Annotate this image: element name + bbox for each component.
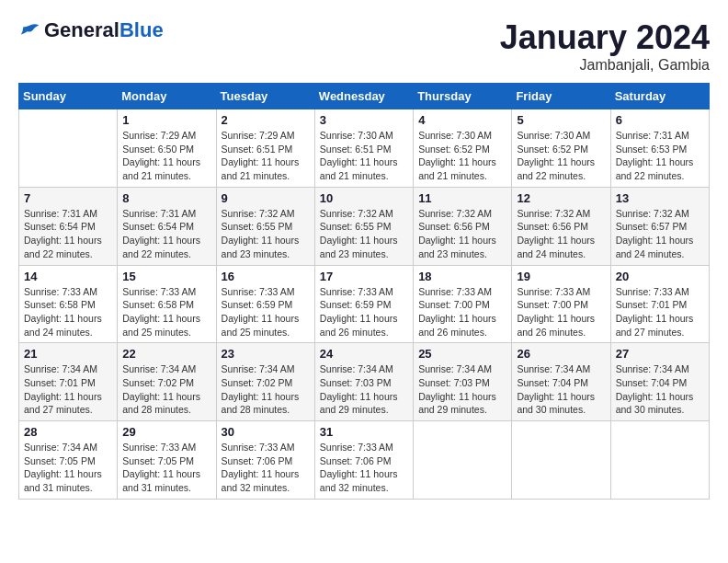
cell-daylight-info: Sunrise: 7:33 AM Sunset: 6:58 PM Dayligh… — [24, 285, 112, 339]
cell-daylight-info: Sunrise: 7:33 AM Sunset: 6:59 PM Dayligh… — [222, 285, 310, 339]
calendar-cell: 15Sunrise: 7:33 AM Sunset: 6:58 PM Dayli… — [118, 265, 216, 343]
cell-date-number: 12 — [517, 191, 605, 205]
cell-date-number: 30 — [222, 425, 310, 439]
calendar-cell: 30Sunrise: 7:33 AM Sunset: 7:06 PM Dayli… — [216, 421, 314, 500]
calendar-cell: 10Sunrise: 7:32 AM Sunset: 6:55 PM Dayli… — [314, 187, 413, 265]
calendar-cell: 23Sunrise: 7:34 AM Sunset: 7:02 PM Dayli… — [216, 343, 314, 421]
cell-daylight-info: Sunrise: 7:29 AM Sunset: 6:51 PM Dayligh… — [222, 129, 310, 183]
cell-daylight-info: Sunrise: 7:31 AM Sunset: 6:54 PM Dayligh… — [122, 207, 210, 261]
cell-date-number: 15 — [122, 270, 210, 283]
calendar-header-row: SundayMondayTuesdayWednesdayThursdayFrid… — [19, 84, 710, 109]
cell-daylight-info: Sunrise: 7:33 AM Sunset: 7:01 PM Dayligh… — [616, 285, 704, 339]
cell-date-number: 16 — [222, 270, 310, 283]
cell-daylight-info: Sunrise: 7:31 AM Sunset: 6:54 PM Dayligh… — [24, 207, 112, 261]
title-area: January 2024 Jambanjali, Gambia — [500, 18, 710, 74]
cell-date-number: 4 — [418, 113, 506, 127]
cell-date-number: 21 — [24, 347, 112, 361]
calendar-cell: 3Sunrise: 7:30 AM Sunset: 6:51 PM Daylig… — [314, 109, 413, 188]
cell-date-number: 6 — [616, 113, 704, 127]
cell-daylight-info: Sunrise: 7:33 AM Sunset: 7:00 PM Dayligh… — [418, 285, 506, 339]
cell-daylight-info: Sunrise: 7:33 AM Sunset: 7:06 PM Dayligh… — [320, 441, 408, 495]
cell-daylight-info: Sunrise: 7:30 AM Sunset: 6:52 PM Dayligh… — [517, 129, 605, 183]
cell-date-number: 9 — [222, 191, 310, 205]
calendar-cell: 17Sunrise: 7:33 AM Sunset: 6:59 PM Dayli… — [314, 265, 413, 343]
cell-daylight-info: Sunrise: 7:30 AM Sunset: 6:51 PM Dayligh… — [320, 129, 408, 183]
cell-date-number: 31 — [320, 425, 408, 439]
calendar-week-row: 1Sunrise: 7:29 AM Sunset: 6:50 PM Daylig… — [19, 109, 710, 188]
cell-daylight-info: Sunrise: 7:34 AM Sunset: 7:03 PM Dayligh… — [418, 362, 506, 417]
cell-date-number: 10 — [320, 191, 408, 205]
cell-date-number: 27 — [616, 347, 704, 361]
calendar-cell: 18Sunrise: 7:33 AM Sunset: 7:00 PM Dayli… — [414, 265, 512, 343]
cell-date-number: 5 — [517, 113, 605, 127]
day-header-saturday: Saturday — [610, 84, 709, 109]
cell-daylight-info: Sunrise: 7:34 AM Sunset: 7:04 PM Dayligh… — [517, 362, 605, 417]
calendar-cell: 22Sunrise: 7:34 AM Sunset: 7:02 PM Dayli… — [118, 343, 216, 421]
calendar-cell: 5Sunrise: 7:30 AM Sunset: 6:52 PM Daylig… — [512, 109, 610, 188]
calendar-cell: 20Sunrise: 7:33 AM Sunset: 7:01 PM Dayli… — [610, 265, 709, 343]
cell-daylight-info: Sunrise: 7:33 AM Sunset: 6:59 PM Dayligh… — [320, 285, 408, 339]
calendar-week-row: 28Sunrise: 7:34 AM Sunset: 7:05 PM Dayli… — [19, 421, 710, 500]
calendar-cell — [512, 421, 610, 500]
cell-daylight-info: Sunrise: 7:34 AM Sunset: 7:03 PM Dayligh… — [320, 362, 408, 417]
calendar-table: SundayMondayTuesdayWednesdayThursdayFrid… — [18, 83, 710, 500]
calendar-cell: 12Sunrise: 7:32 AM Sunset: 6:56 PM Dayli… — [512, 187, 610, 265]
cell-daylight-info: Sunrise: 7:32 AM Sunset: 6:56 PM Dayligh… — [517, 207, 605, 261]
cell-daylight-info: Sunrise: 7:34 AM Sunset: 7:01 PM Dayligh… — [24, 362, 112, 417]
day-header-wednesday: Wednesday — [314, 84, 413, 109]
calendar-week-row: 7Sunrise: 7:31 AM Sunset: 6:54 PM Daylig… — [19, 187, 710, 265]
cell-daylight-info: Sunrise: 7:33 AM Sunset: 6:58 PM Dayligh… — [122, 285, 210, 339]
day-header-thursday: Thursday — [414, 84, 512, 109]
calendar-cell — [19, 109, 118, 188]
calendar-cell: 29Sunrise: 7:33 AM Sunset: 7:05 PM Dayli… — [118, 421, 216, 500]
calendar-cell: 27Sunrise: 7:34 AM Sunset: 7:04 PM Dayli… — [610, 343, 709, 421]
cell-date-number: 20 — [616, 270, 704, 283]
cell-date-number: 7 — [24, 191, 112, 205]
cell-date-number: 26 — [517, 347, 605, 361]
cell-daylight-info: Sunrise: 7:31 AM Sunset: 6:53 PM Dayligh… — [616, 129, 704, 183]
cell-date-number: 17 — [320, 270, 408, 283]
day-header-friday: Friday — [512, 84, 610, 109]
calendar-cell: 26Sunrise: 7:34 AM Sunset: 7:04 PM Dayli… — [512, 343, 610, 421]
day-header-sunday: Sunday — [19, 84, 118, 109]
cell-date-number: 18 — [418, 270, 506, 283]
calendar-cell: 24Sunrise: 7:34 AM Sunset: 7:03 PM Dayli… — [314, 343, 413, 421]
day-header-monday: Monday — [118, 84, 216, 109]
cell-date-number: 2 — [222, 113, 310, 127]
calendar-cell: 25Sunrise: 7:34 AM Sunset: 7:03 PM Dayli… — [414, 343, 512, 421]
location-subtitle: Jambanjali, Gambia — [500, 57, 710, 74]
cell-daylight-info: Sunrise: 7:34 AM Sunset: 7:02 PM Dayligh… — [122, 362, 210, 417]
cell-date-number: 19 — [517, 270, 605, 283]
cell-daylight-info: Sunrise: 7:32 AM Sunset: 6:56 PM Dayligh… — [418, 207, 506, 261]
calendar-cell: 21Sunrise: 7:34 AM Sunset: 7:01 PM Dayli… — [19, 343, 118, 421]
cell-daylight-info: Sunrise: 7:32 AM Sunset: 6:55 PM Dayligh… — [320, 207, 408, 261]
month-year-title: January 2024 — [500, 18, 710, 57]
cell-date-number: 1 — [122, 113, 210, 127]
calendar-cell: 8Sunrise: 7:31 AM Sunset: 6:54 PM Daylig… — [118, 187, 216, 265]
cell-date-number: 11 — [418, 191, 506, 205]
cell-daylight-info: Sunrise: 7:33 AM Sunset: 7:05 PM Dayligh… — [122, 441, 210, 495]
calendar-week-row: 14Sunrise: 7:33 AM Sunset: 6:58 PM Dayli… — [19, 265, 710, 343]
cell-daylight-info: Sunrise: 7:34 AM Sunset: 7:05 PM Dayligh… — [24, 441, 112, 495]
logo-bird-icon — [18, 23, 40, 38]
calendar-cell: 13Sunrise: 7:32 AM Sunset: 6:57 PM Dayli… — [610, 187, 709, 265]
cell-daylight-info: Sunrise: 7:32 AM Sunset: 6:55 PM Dayligh… — [222, 207, 310, 261]
calendar-cell — [610, 421, 709, 500]
cell-date-number: 13 — [616, 191, 704, 205]
calendar-cell: 1Sunrise: 7:29 AM Sunset: 6:50 PM Daylig… — [118, 109, 216, 188]
cell-daylight-info: Sunrise: 7:33 AM Sunset: 7:00 PM Dayligh… — [517, 285, 605, 339]
cell-daylight-info: Sunrise: 7:34 AM Sunset: 7:04 PM Dayligh… — [616, 362, 704, 417]
calendar-cell: 2Sunrise: 7:29 AM Sunset: 6:51 PM Daylig… — [216, 109, 314, 188]
cell-date-number: 23 — [222, 347, 310, 361]
day-header-tuesday: Tuesday — [216, 84, 314, 109]
page-header: GeneralBlue January 2024 Jambanjali, Gam… — [18, 18, 710, 74]
cell-date-number: 14 — [24, 270, 112, 283]
cell-date-number: 8 — [122, 191, 210, 205]
calendar-cell: 11Sunrise: 7:32 AM Sunset: 6:56 PM Dayli… — [414, 187, 512, 265]
cell-date-number: 3 — [320, 113, 408, 127]
cell-daylight-info: Sunrise: 7:32 AM Sunset: 6:57 PM Dayligh… — [616, 207, 704, 261]
cell-daylight-info: Sunrise: 7:29 AM Sunset: 6:50 PM Dayligh… — [122, 129, 210, 183]
calendar-cell: 19Sunrise: 7:33 AM Sunset: 7:00 PM Dayli… — [512, 265, 610, 343]
calendar-cell: 16Sunrise: 7:33 AM Sunset: 6:59 PM Dayli… — [216, 265, 314, 343]
cell-date-number: 25 — [418, 347, 506, 361]
